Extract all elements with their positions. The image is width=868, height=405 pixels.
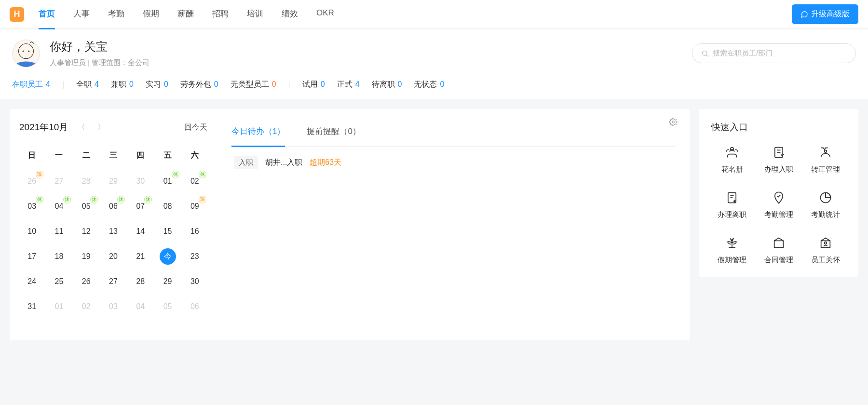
calendar-day[interactable]: 21 (128, 245, 153, 268)
today-link[interactable]: 回今天 (184, 122, 207, 133)
calendar-day[interactable]: 01 (46, 295, 71, 318)
prev-month-button[interactable]: 〈 (75, 122, 88, 133)
svg-point-5 (703, 51, 707, 55)
calendar-day[interactable]: 30 (182, 270, 207, 293)
calendar-day[interactable]: 31 (19, 295, 44, 318)
calendar-day[interactable]: 03休 (19, 195, 44, 218)
calendar-day[interactable]: 08 (155, 195, 180, 218)
nav-item-7[interactable]: 绩效 (282, 0, 298, 29)
avatar[interactable]: ? (12, 40, 40, 68)
offboard-icon (725, 191, 739, 204)
todo-item[interactable]: 入职胡井...入职超期63天 (231, 147, 675, 179)
svg-text:?: ? (33, 40, 35, 44)
calendar-day[interactable]: 18 (46, 245, 71, 268)
calendar-day[interactable]: 28 (128, 270, 153, 293)
logo[interactable]: H (10, 7, 24, 22)
stat-item[interactable]: 无状态0 (414, 80, 444, 90)
calendar-day[interactable]: 26班 (19, 170, 44, 193)
nav-item-2[interactable]: 考勤 (108, 0, 124, 29)
calendar-day[interactable]: 16 (182, 220, 207, 243)
stat-item[interactable]: 劳务外包0 (180, 80, 218, 90)
stat-item[interactable]: 兼职0 (111, 80, 134, 90)
calendar-day[interactable]: 29 (101, 170, 126, 193)
nav-item-5[interactable]: 招聘 (212, 0, 229, 29)
quick-grid: 花名册办理入职转正管理办理离职考勤管理考勤统计假期管理合同管理员工关怀 (711, 146, 846, 265)
nav-item-3[interactable]: 假期 (143, 0, 159, 29)
calendar-day[interactable]: 09班 (182, 195, 207, 218)
quick-label: 假期管理 (718, 256, 746, 265)
calendar-day[interactable]: 14 (128, 220, 153, 243)
stat-item[interactable]: 实习0 (146, 80, 168, 90)
calendar-day[interactable]: 11 (46, 220, 71, 243)
calendar-day[interactable]: 30 (128, 170, 153, 193)
calendar-day[interactable]: 29 (155, 270, 180, 293)
calendar-day[interactable]: 27 (46, 170, 71, 193)
quick-card: 快速入口 花名册办理入职转正管理办理离职考勤管理考勤统计假期管理合同管理员工关怀 (699, 109, 858, 277)
calendar-day[interactable]: 19 (74, 245, 99, 268)
quick-item-care[interactable]: 员工关怀 (804, 236, 846, 265)
todo-tag: 入职 (234, 156, 258, 169)
calendar-day[interactable]: 06 (182, 295, 207, 318)
contract-icon (772, 236, 786, 250)
search-icon (701, 50, 709, 57)
calendar-day[interactable]: 15 (155, 220, 180, 243)
quick-item-attendance[interactable]: 考勤管理 (758, 191, 800, 219)
nav-item-6[interactable]: 培训 (247, 0, 263, 29)
stat-item[interactable]: 试用0 (302, 80, 325, 90)
quick-item-roster[interactable]: 花名册 (711, 146, 753, 174)
upgrade-button[interactable]: 升级高级版 (792, 4, 858, 24)
next-month-button[interactable]: 〉 (95, 122, 108, 133)
svg-point-12 (824, 150, 827, 152)
todo-tab[interactable]: 提前提醒（0） (307, 121, 360, 146)
calendar-day[interactable]: 10 (19, 220, 44, 243)
calendar-day[interactable]: 今 (155, 245, 180, 268)
calendar-day[interactable]: 02休 (182, 170, 207, 193)
nav-item-1[interactable]: 人事 (73, 0, 90, 29)
quick-item-contract[interactable]: 合同管理 (758, 236, 800, 265)
quick-label: 花名册 (721, 165, 743, 174)
stat-item[interactable]: 正式4 (337, 80, 360, 90)
calendar-day[interactable]: 20 (101, 245, 126, 268)
vacation-icon (725, 236, 739, 250)
calendar-day[interactable]: 04休 (46, 195, 71, 218)
nav-item-8[interactable]: OKR (316, 0, 334, 29)
calendar-day[interactable]: 01休 (155, 170, 180, 193)
stat-item[interactable]: 无类型员工0 (231, 80, 276, 90)
todo-name: 胡井...入职 (265, 158, 302, 168)
calendar-day[interactable]: 13 (101, 220, 126, 243)
calendar-day[interactable]: 04 (128, 295, 153, 318)
calendar-day[interactable]: 05休 (74, 195, 99, 218)
calendar-day[interactable]: 17 (19, 245, 44, 268)
settings-icon[interactable] (669, 118, 678, 128)
chat-icon (800, 11, 808, 18)
header-section: ? 你好，关宝 人事管理员 | 管理范围：全公司 搜索在职员工/部门 在职员工4… (0, 29, 868, 99)
stat-item[interactable]: 全职4 (76, 80, 99, 90)
calendar-day[interactable]: 03 (101, 295, 126, 318)
calendar-day[interactable]: 02 (74, 295, 99, 318)
calendar-day[interactable]: 26 (74, 270, 99, 293)
greeting-subtitle: 人事管理员 | 管理范围：全公司 (50, 58, 682, 68)
stat-item[interactable]: 待离职0 (372, 80, 402, 90)
calendar-day[interactable]: 12 (74, 220, 99, 243)
calendar-day[interactable]: 05 (155, 295, 180, 318)
todo-tab[interactable]: 今日待办（1） (231, 121, 285, 147)
stat-item[interactable]: 在职员工4 (12, 80, 50, 90)
quick-item-onboard[interactable]: 办理入职 (758, 146, 800, 174)
quick-item-regular[interactable]: 转正管理 (804, 146, 846, 174)
search-input[interactable]: 搜索在职员工/部门 (692, 43, 856, 63)
calendar-day[interactable]: 25 (46, 270, 71, 293)
search-placeholder: 搜索在职员工/部门 (713, 49, 773, 58)
quick-item-attstat[interactable]: 考勤统计 (804, 191, 846, 219)
nav-item-0[interactable]: 首页 (39, 0, 55, 29)
quick-item-vacation[interactable]: 假期管理 (711, 236, 753, 265)
nav-item-4[interactable]: 薪酬 (177, 0, 194, 29)
calendar-day[interactable]: 28 (74, 170, 99, 193)
calendar-day[interactable]: 27 (101, 270, 126, 293)
quick-item-offboard[interactable]: 办理离职 (711, 191, 753, 219)
calendar-day[interactable]: 07休 (128, 195, 153, 218)
calendar-day[interactable]: 24 (19, 270, 44, 293)
calendar-day[interactable]: 23 (182, 245, 207, 268)
calendar-day[interactable]: 06休 (101, 195, 126, 218)
upgrade-label: 升级高级版 (811, 9, 850, 19)
onboard-icon (772, 146, 786, 159)
